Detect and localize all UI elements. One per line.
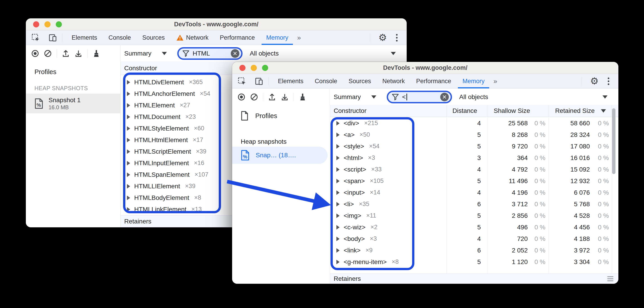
record-heap-snapshot-icon[interactable] [236,91,247,103]
tab-elements[interactable]: Elements [66,30,103,45]
disclosure-triangle-icon[interactable] [127,172,130,177]
disclosure-triangle-icon[interactable] [336,121,340,126]
class-filter-input[interactable]: HTML ✕ [177,47,242,60]
constructor-row[interactable]: <div> ×215 4 25 568 0 % 58 660 0 % [330,118,618,129]
tab-console[interactable]: Console [309,74,343,88]
constructor-row[interactable]: <img> ×11 5 2 856 0 % 4 528 0 % [330,210,618,222]
retainers-pane-header[interactable]: Retainers [330,274,618,284]
settings-gear-icon[interactable]: ⚙ [590,76,599,86]
class-filter-input[interactable]: < ✕ [387,91,452,103]
chevron-down-icon[interactable] [391,52,396,55]
disclosure-triangle-icon[interactable] [127,138,130,142]
tab-elements[interactable]: Elements [272,74,309,88]
disclosure-triangle-icon[interactable] [127,126,130,131]
inspect-element-icon[interactable] [30,32,41,44]
object-filter-select[interactable]: All objects [250,50,279,57]
disclosure-triangle-icon[interactable] [336,179,340,183]
disclosure-triangle-icon[interactable] [127,115,130,119]
constructor-row[interactable]: <link> ×9 6 2 052 0 % 3 972 0 % [330,244,618,256]
disclosure-triangle-icon[interactable] [336,214,340,218]
distance-column-header[interactable]: Distance [446,105,488,117]
close-window-button[interactable] [33,21,39,28]
minimize-window-button[interactable] [44,21,50,28]
constructor-row[interactable]: <g-menu-item> ×8 5 1 120 0 % 3 304 0 % [330,256,618,268]
disclosure-triangle-icon[interactable] [127,103,130,108]
constructor-row[interactable]: <body> ×3 4 720 0 % 4 188 0 % [330,233,618,244]
disclosure-triangle-icon[interactable] [336,156,340,160]
zoom-window-button[interactable] [56,21,62,28]
clean-garbage-icon[interactable] [91,48,102,60]
tab-sources[interactable]: Sources [343,74,377,88]
disclosure-triangle-icon[interactable] [127,80,130,84]
constructor-row[interactable]: <input> ×14 4 4 196 0 % 6 076 0 % [330,187,618,198]
disclosure-triangle-icon[interactable] [127,161,130,166]
clear-profiles-icon[interactable] [248,91,260,103]
kebab-menu-icon[interactable] [607,76,610,86]
minimize-window-button[interactable] [251,65,257,71]
disclosure-triangle-icon[interactable] [336,167,340,172]
constructor-row[interactable]: <style> ×54 5 9 720 0 % 17 080 0 % [330,140,618,152]
perspective-select[interactable]: Summary [334,93,361,101]
load-profile-icon[interactable] [266,91,278,103]
clear-filter-icon[interactable]: ✕ [231,49,239,58]
constructor-row[interactable]: <script> ×33 4 4 792 0 % 15 092 0 % [330,164,618,175]
inspect-element-icon[interactable] [236,75,248,87]
disclosure-triangle-icon[interactable] [127,149,130,154]
tab-performance[interactable]: Performance [410,74,457,88]
device-toolbar-icon[interactable] [47,32,58,44]
retained-size-column-header[interactable]: Retained Size [548,105,612,117]
constructor-row[interactable]: <li> ×35 6 3 712 0 % 5 768 0 % [330,198,618,210]
chevron-down-icon[interactable] [371,96,376,98]
zoom-window-button[interactable] [262,65,268,71]
disclosure-triangle-icon[interactable] [127,207,130,212]
disclosure-triangle-icon[interactable] [336,236,340,241]
titlebar[interactable]: DevTools - www.google.com/ [26,18,407,30]
tab-network[interactable]: Network [170,30,214,45]
constructor-row[interactable]: <a> ×50 5 8 268 0 % 28 324 0 % [330,129,618,140]
chevron-down-icon[interactable] [162,52,167,55]
snapshot-item-selected[interactable]: % Snap… (18…. [232,147,328,164]
shallow-size-column-header[interactable]: Shallow Size [488,105,548,117]
disclosure-triangle-icon[interactable] [336,225,340,230]
settings-gear-icon[interactable]: ⚙ [378,33,387,42]
clear-profiles-icon[interactable] [42,48,54,60]
constructor-row[interactable]: <html> ×3 3 364 0 % 16 016 0 % [330,152,618,164]
tab-memory[interactable]: Memory [260,30,294,45]
more-tabs-button[interactable]: » [294,30,304,45]
save-profile-icon[interactable] [279,91,290,103]
constructor-column-header[interactable]: Constructor [330,105,446,117]
object-filter-select[interactable]: All objects [459,93,488,101]
tab-network[interactable]: Network [377,74,410,88]
disclosure-triangle-icon[interactable] [336,260,340,264]
constructor-row[interactable]: <span> ×105 5 11 496 0 % 12 932 0 % [330,175,618,187]
more-tabs-button[interactable]: » [490,74,500,88]
tab-memory[interactable]: Memory [457,74,490,88]
disclosure-triangle-icon[interactable] [336,248,340,253]
record-heap-snapshot-icon[interactable] [30,48,41,60]
snapshot-item[interactable]: % Snapshot 1 16.0 MB [26,94,120,113]
perspective-select[interactable]: Summary [124,50,152,57]
disclosure-triangle-icon[interactable] [127,196,130,200]
kebab-menu-icon[interactable] [395,33,398,42]
titlebar[interactable]: DevTools - www.google.com/ [232,62,618,74]
clean-garbage-icon[interactable] [297,91,308,103]
tab-performance[interactable]: Performance [214,30,261,45]
close-window-button[interactable] [239,65,246,71]
constructor-name: HTMLInputElement [134,160,189,167]
clear-filter-icon[interactable]: ✕ [440,93,449,101]
load-profile-icon[interactable] [60,48,72,60]
tab-sources[interactable]: Sources [137,30,170,45]
hamburger-menu-icon[interactable] [607,276,614,281]
save-profile-icon[interactable] [73,48,84,60]
disclosure-triangle-icon[interactable] [336,190,340,195]
disclosure-triangle-icon[interactable] [336,144,340,149]
disclosure-triangle-icon[interactable] [127,92,130,96]
disclosure-triangle-icon[interactable] [336,202,340,206]
tab-console[interactable]: Console [103,30,137,45]
disclosure-triangle-icon[interactable] [336,132,340,137]
disclosure-triangle-icon[interactable] [127,184,130,188]
chevron-down-icon[interactable] [602,96,608,98]
constructor-row[interactable]: <c-wiz> ×2 5 496 0 % 4 456 0 % [330,222,618,233]
vertical-scrollbar-thumb[interactable] [612,108,616,174]
device-toolbar-icon[interactable] [254,75,265,87]
